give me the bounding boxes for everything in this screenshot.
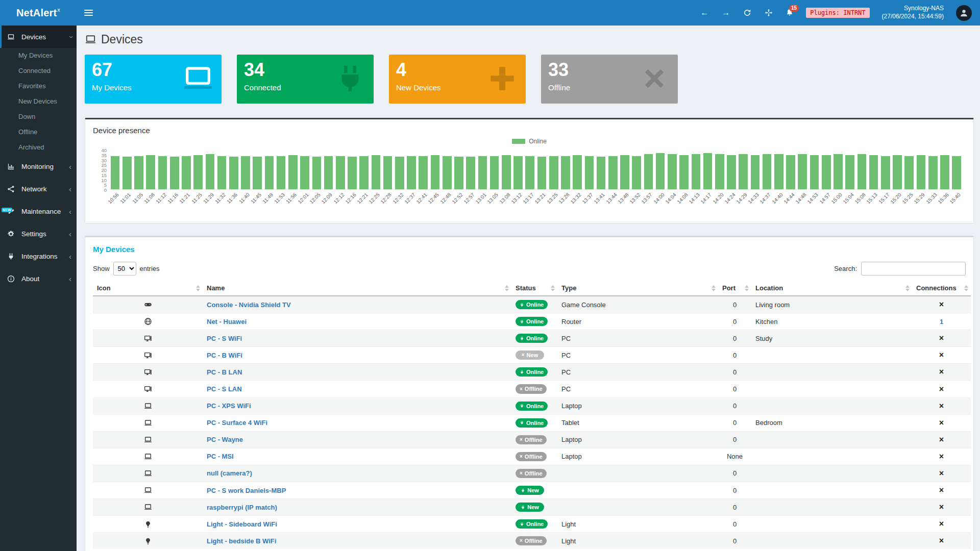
- sort-icon: [196, 285, 200, 291]
- back-arrow-icon[interactable]: ←: [700, 8, 709, 17]
- plug-icon: [520, 336, 524, 341]
- device-link[interactable]: PC - S WiFi: [207, 335, 242, 342]
- device-type: Game Console: [557, 296, 718, 313]
- device-link[interactable]: raspberrypi (IP match): [207, 504, 277, 511]
- x-icon: ×: [520, 538, 523, 543]
- device-link[interactable]: PC - S work Daniels-MBP: [207, 487, 286, 494]
- device-link[interactable]: Console - Nvidia Shield TV: [207, 301, 291, 309]
- sidebar-item-devices[interactable]: Devices‹: [0, 26, 77, 48]
- no-connections-icon: ×: [939, 486, 944, 494]
- chevron-left-icon: ‹: [69, 230, 71, 238]
- sidebar-item-label: Settings: [21, 230, 69, 238]
- device-port: 0: [718, 431, 751, 448]
- stat-box-connected[interactable]: 34Connected: [237, 55, 374, 104]
- table-row: PC - S WiFiOnlinePC0Study×: [93, 330, 971, 347]
- move-icon[interactable]: [764, 9, 773, 17]
- bar: [180, 150, 192, 189]
- sidebar-item-integrations[interactable]: Integrations‹: [0, 245, 77, 267]
- device-link[interactable]: PC - Wayne: [207, 436, 243, 443]
- x-tick-label: 14:17: [700, 192, 713, 205]
- bar: [654, 150, 666, 189]
- laptop-icon: [144, 469, 152, 477]
- column-header-name[interactable]: Name: [203, 281, 511, 296]
- x-tick-label: 11:32: [214, 192, 227, 205]
- sidebar-item-favorites[interactable]: Favorites: [0, 79, 77, 94]
- stat-box-new-devices[interactable]: 4New Devices: [389, 55, 526, 104]
- column-header-port[interactable]: Port: [718, 281, 751, 296]
- x-tick-label: 12:12: [332, 192, 345, 205]
- x-tick-label: 15:13: [866, 192, 878, 205]
- device-link[interactable]: PC - B WiFi: [207, 352, 242, 359]
- y-tick-label: 40: [101, 148, 107, 153]
- device-link[interactable]: PC - B LAN: [207, 368, 242, 376]
- plugins-status-badge[interactable]: Plugins: INTRNT: [806, 8, 869, 18]
- connections-link[interactable]: 1: [940, 318, 943, 325]
- bar: [915, 150, 927, 189]
- no-connections-icon: ×: [939, 367, 944, 376]
- refresh-icon[interactable]: [743, 9, 752, 17]
- table-row: Light - bedside B WiFi×OfflineLight0×: [93, 533, 971, 549]
- status-label: Offline: [525, 538, 543, 544]
- sidebar-item-archived[interactable]: Archived: [0, 140, 77, 155]
- sidebar-toggle-button[interactable]: [77, 0, 100, 26]
- stat-box-my-devices[interactable]: 67My Devices: [85, 55, 222, 104]
- device-link[interactable]: Light - bedside B WiFi: [207, 537, 276, 545]
- device-type: Laptop: [557, 431, 718, 448]
- stat-box-offline[interactable]: 33Offline: [541, 55, 678, 104]
- column-header-label: Status: [516, 284, 536, 292]
- search-input[interactable]: [861, 262, 966, 276]
- sidebar-item-new-devices[interactable]: New Devices: [0, 94, 77, 109]
- sidebar-item-offline[interactable]: Offline: [0, 124, 77, 140]
- bar: [216, 150, 228, 189]
- bar: [666, 150, 678, 189]
- notifications-bell[interactable]: 15: [786, 9, 794, 17]
- device-link[interactable]: PC - XPS WiFi: [207, 402, 251, 410]
- bar: [749, 150, 761, 189]
- user-avatar[interactable]: [956, 5, 972, 21]
- page-size-select[interactable]: 50: [113, 262, 136, 276]
- app-logo[interactable]: NetAlertx: [0, 0, 77, 26]
- bar: [808, 150, 820, 189]
- sort-icon: [712, 285, 716, 291]
- bar: [323, 150, 334, 189]
- bar: [690, 150, 702, 189]
- bar: [358, 150, 370, 189]
- forward-arrow-icon[interactable]: →: [721, 8, 730, 17]
- laptop-icon: [144, 436, 152, 443]
- sidebar-item-my-devices[interactable]: My Devices: [0, 48, 77, 63]
- status-badge: Online: [516, 519, 548, 529]
- sidebar-item-connected[interactable]: Connected: [0, 63, 77, 79]
- sidebar-item-down[interactable]: Down: [0, 109, 77, 124]
- device-port: 0: [718, 465, 751, 482]
- x-tick-label: 14:33: [747, 192, 760, 205]
- person-icon: [959, 8, 969, 18]
- bar: [678, 150, 690, 189]
- bar: [157, 150, 168, 189]
- device-link[interactable]: PC - MSI: [207, 453, 234, 460]
- sidebar-item-about[interactable]: About‹: [0, 267, 77, 290]
- device-link[interactable]: null (camera?): [207, 469, 252, 477]
- x-tick-label: 15:33: [925, 192, 938, 205]
- plug-icon: [334, 88, 366, 96]
- device-link[interactable]: Net - Huawei: [207, 318, 247, 325]
- device-link[interactable]: PC - S LAN: [207, 385, 242, 393]
- device-location: Study: [751, 330, 912, 347]
- laptop-icon: [144, 453, 152, 460]
- bar: [702, 150, 714, 189]
- device-link[interactable]: Light - Sideboard WiFi: [207, 520, 277, 528]
- sidebar-item-settings[interactable]: Settings‹: [0, 222, 77, 245]
- column-header-icon[interactable]: Icon: [93, 281, 203, 296]
- column-header-connections[interactable]: Connections: [912, 281, 971, 296]
- app-logo-text: NetAlert: [16, 7, 57, 19]
- column-header-status[interactable]: Status: [511, 281, 557, 296]
- sidebar-item-maintenance[interactable]: Maintenance‹NEW: [0, 200, 77, 222]
- sidebar-item-network[interactable]: Network‹: [0, 178, 77, 200]
- table-row: PC - Wayne×OfflineLaptop0×: [93, 431, 971, 448]
- status-badge: Online: [516, 367, 548, 377]
- sidebar-item-monitoring[interactable]: Monitoring‹: [0, 155, 77, 178]
- column-header-type[interactable]: Type: [557, 281, 718, 296]
- status-badge: ×Offline: [516, 536, 547, 545]
- column-header-location[interactable]: Location: [751, 281, 912, 296]
- device-link[interactable]: PC - Surface 4 WiFi: [207, 419, 267, 427]
- device-port: None: [718, 448, 751, 465]
